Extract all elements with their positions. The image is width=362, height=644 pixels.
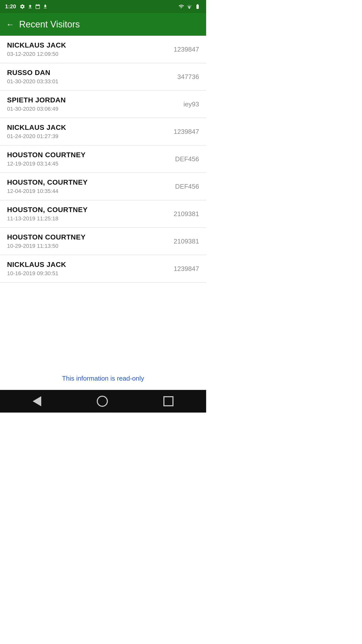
visitor-name: HOUSTON COURTNEY — [7, 151, 85, 159]
download-icon — [43, 4, 48, 9]
visitor-name: HOUSTON, COURTNEY — [7, 178, 88, 186]
readonly-notice: This information is read-only — [0, 367, 206, 390]
visitor-id: DEF456 — [175, 155, 199, 163]
visitor-id: DEF456 — [175, 183, 199, 190]
visitor-date: 10-16-2019 09:30:51 — [7, 270, 66, 277]
back-nav-button[interactable] — [33, 396, 41, 406]
list-item[interactable]: NICKLAUS JACK 01-24-2020 01:27:39 123984… — [0, 118, 206, 145]
home-nav-icon — [97, 396, 108, 407]
visitor-id: 1239847 — [174, 46, 199, 53]
visitor-info: HOUSTON COURTNEY 10-29-2019 11:13:50 — [7, 233, 85, 249]
calendar-icon — [35, 4, 40, 9]
list-item[interactable]: RUSSO DAN 01-30-2020 03:33:01 347736 — [0, 63, 206, 91]
list-item[interactable]: SPIETH JORDAN 01-30-2020 03:06:49 iey93 — [0, 91, 206, 118]
status-left: 1:20 — [5, 3, 48, 10]
list-item[interactable]: HOUSTON COURTNEY 12-19-2019 03:14:45 DEF… — [0, 145, 206, 173]
status-right-icons — [178, 4, 201, 9]
status-bar: 1:20 — [0, 0, 206, 13]
list-item[interactable]: HOUSTON, COURTNEY 11-13-2019 11:25:18 21… — [0, 200, 206, 228]
app-header: ← Recent Visitors — [0, 13, 206, 36]
battery-icon — [194, 4, 201, 9]
visitor-name: HOUSTON COURTNEY — [7, 233, 85, 241]
status-left-icons — [20, 4, 48, 9]
visitor-info: NICKLAUS JACK 01-24-2020 01:27:39 — [7, 124, 66, 140]
list-item[interactable]: HOUSTON COURTNEY 10-29-2019 11:13:50 210… — [0, 228, 206, 255]
visitor-id: 2109381 — [174, 210, 199, 218]
visitor-date: 01-24-2020 01:27:39 — [7, 133, 66, 140]
recent-nav-icon — [163, 396, 173, 406]
nav-bar — [0, 390, 206, 413]
recent-nav-button[interactable] — [163, 396, 173, 406]
list-item[interactable]: HOUSTON, COURTNEY 12-04-2019 10:35:44 DE… — [0, 173, 206, 200]
list-item[interactable]: NICKLAUS JACK 03-12-2020 12:09:50 123984… — [0, 36, 206, 63]
visitor-id: 1239847 — [174, 128, 199, 136]
visitor-date: 12-19-2019 03:14:45 — [7, 160, 85, 167]
page-title: Recent Visitors — [19, 19, 80, 30]
visitor-name: NICKLAUS JACK — [7, 41, 66, 49]
visitor-name: SPIETH JORDAN — [7, 96, 66, 104]
visitor-info: HOUSTON, COURTNEY 11-13-2019 11:25:18 — [7, 206, 88, 222]
visitor-id: 347736 — [177, 73, 199, 81]
visitor-date: 12-04-2019 10:35:44 — [7, 188, 88, 194]
visitor-id: 1239847 — [174, 265, 199, 273]
visitor-id: iey93 — [184, 100, 199, 108]
visitor-date: 11-13-2019 11:25:18 — [7, 215, 88, 222]
visitor-info: NICKLAUS JACK 03-12-2020 12:09:50 — [7, 41, 66, 57]
visitor-name: HOUSTON, COURTNEY — [7, 206, 88, 214]
upload-icon — [28, 4, 33, 9]
home-nav-button[interactable] — [97, 396, 108, 407]
visitor-id: 2109381 — [174, 237, 199, 245]
wifi-icon — [178, 4, 185, 9]
list-item[interactable]: NICKLAUS JACK 10-16-2019 09:30:51 123984… — [0, 255, 206, 283]
visitor-date: 01-30-2020 03:06:49 — [7, 106, 66, 112]
visitor-info: RUSSO DAN 01-30-2020 03:33:01 — [7, 69, 58, 85]
back-nav-icon — [33, 396, 41, 406]
signal-icon — [187, 4, 192, 9]
visitor-date: 10-29-2019 11:13:50 — [7, 243, 85, 249]
visitor-name: NICKLAUS JACK — [7, 124, 66, 132]
settings-icon — [20, 4, 25, 9]
visitor-date: 03-12-2020 12:09:50 — [7, 51, 66, 57]
visitor-info: SPIETH JORDAN 01-30-2020 03:06:49 — [7, 96, 66, 112]
back-button[interactable]: ← — [6, 20, 14, 29]
visitor-date: 01-30-2020 03:33:01 — [7, 78, 58, 85]
status-time: 1:20 — [5, 3, 16, 10]
visitor-name: NICKLAUS JACK — [7, 261, 66, 269]
visitor-name: RUSSO DAN — [7, 69, 58, 77]
visitor-info: HOUSTON, COURTNEY 12-04-2019 10:35:44 — [7, 178, 88, 194]
visitor-info: NICKLAUS JACK 10-16-2019 09:30:51 — [7, 261, 66, 277]
visitor-list: NICKLAUS JACK 03-12-2020 12:09:50 123984… — [0, 36, 206, 367]
visitor-info: HOUSTON COURTNEY 12-19-2019 03:14:45 — [7, 151, 85, 167]
